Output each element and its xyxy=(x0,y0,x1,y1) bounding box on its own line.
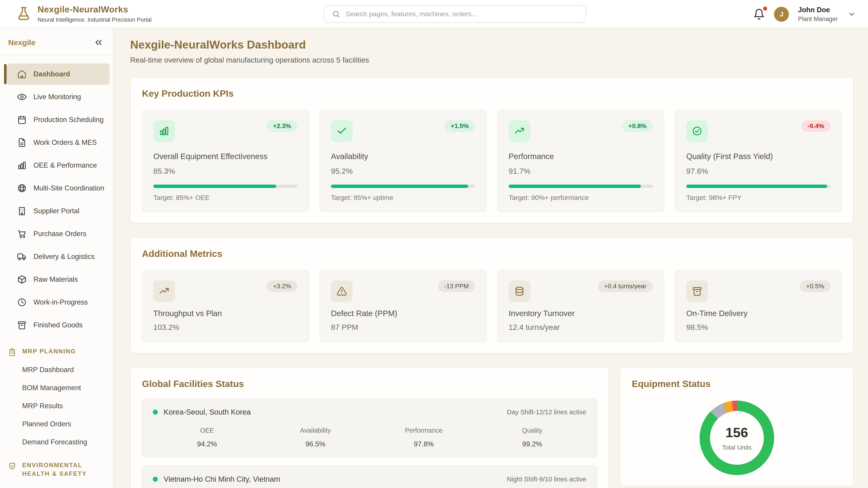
trend-badge: +0.5% xyxy=(800,281,831,292)
sidebar-item-purchase-orders[interactable]: Purchase Orders xyxy=(7,223,110,245)
sidebar-section-mrp-planning: MRP PLANNING xyxy=(7,337,110,361)
archive-icon xyxy=(17,320,27,330)
search-input[interactable] xyxy=(346,10,578,18)
package-icon xyxy=(17,275,27,284)
kpi-card-overall-equipment-effectiveness: +2.3%Overall Equipment Effectiveness85.3… xyxy=(142,110,309,212)
sidebar-brand-label: Nexgile xyxy=(8,38,35,47)
status-dot xyxy=(153,410,158,415)
collapse-sidebar-icon[interactable] xyxy=(93,37,104,48)
facility-metric-value: 99.2% xyxy=(478,440,587,448)
sidebar-section-environmental-health-safety: ENVIRONMENTAL HEALTH & SAFETY xyxy=(7,451,110,483)
metric-value: 87 PPM xyxy=(331,323,475,332)
global-search[interactable] xyxy=(324,5,586,23)
sidebar-item-planned-orders[interactable]: Planned Orders xyxy=(7,415,110,433)
kpi-section-title: Key Production KPIs xyxy=(142,88,842,99)
bar-chart-icon xyxy=(17,161,27,170)
sidebar-item-production-scheduling[interactable]: Production Scheduling xyxy=(7,109,110,130)
sidebar-item-finished-goods[interactable]: Finished Goods xyxy=(7,315,110,336)
sidebar-item-work-in-progress[interactable]: Work-in-Progress xyxy=(7,292,110,313)
trend-badge: +1.5% xyxy=(444,120,475,132)
sidebar: Nexgile DashboardLive MonitoringProducti… xyxy=(0,28,114,488)
metric-title: Inventory Turnover xyxy=(508,309,653,318)
metric-value: 98.5% xyxy=(686,323,831,332)
sidebar-item-mrp-dashboard[interactable]: MRP Dashboard xyxy=(7,361,110,379)
facility-metric-value: 97.8% xyxy=(370,440,478,448)
check-icon xyxy=(331,120,352,142)
kpi-progress-bar xyxy=(153,185,298,188)
facility-name: Vietnam-Ho Chi Minh City, Vietnam xyxy=(164,475,280,484)
facilities-section: Global Facilities Status Korea-Seoul, So… xyxy=(130,367,609,488)
page-subtitle: Real-time overview of global manufacturi… xyxy=(130,56,854,64)
trending-up-icon xyxy=(153,281,175,302)
chevron-down-icon[interactable] xyxy=(848,10,856,18)
trend-badge: +2.3% xyxy=(267,120,298,132)
globe-icon xyxy=(17,184,27,193)
kpi-title: Performance xyxy=(508,152,653,161)
sidebar-item-delivery-logistics[interactable]: Delivery & Logistics xyxy=(7,246,110,267)
sidebar-item-dashboard[interactable]: Dashboard xyxy=(7,64,110,85)
facility-shift-status: Night Shift-9/10 lines active xyxy=(507,476,586,483)
equipment-total-label: Total Units xyxy=(722,444,752,451)
kpi-card-quality-first-pass-yield: -0.4%Quality (First Pass Yield)97.6%Targ… xyxy=(675,110,842,212)
sidebar-item-demand-forecasting[interactable]: Demand Forecasting xyxy=(7,433,110,451)
sidebar-item-work-orders-mes[interactable]: Work Orders & MES xyxy=(7,132,110,153)
clock-icon xyxy=(17,297,27,307)
equipment-status-section: Equipment Status 156 Total Units xyxy=(620,367,854,486)
trend-badge: +0.8% xyxy=(622,120,653,132)
alert-triangle-icon xyxy=(331,281,352,302)
database-icon xyxy=(508,281,530,302)
sidebar-item-bom-management[interactable]: BOM Management xyxy=(7,379,110,397)
cart-icon xyxy=(17,229,27,238)
trend-badge: +0.4 turns/year xyxy=(598,281,653,292)
facility-row-korea-seoul-south-korea: Korea-Seoul, South KoreaDay Shift-12/12 … xyxy=(142,398,597,458)
sidebar-item-oee-performance[interactable]: OEE & Performance xyxy=(7,155,110,176)
calendar-icon xyxy=(17,115,27,125)
kpi-target: Target: 85%+ OEE xyxy=(153,194,298,201)
trend-badge: -13 PPM xyxy=(438,281,475,292)
sidebar-item-multi-site-coordination[interactable]: Multi-Site Coordination xyxy=(7,177,110,199)
metric-value: 103.2% xyxy=(153,323,298,332)
sidebar-item-raw-materials[interactable]: Raw Materials xyxy=(7,269,110,290)
brand-title: Nexgile-NeuralWorks xyxy=(37,4,151,14)
brand: Nexgile-NeuralWorks Neural Intelligence.… xyxy=(16,4,151,23)
kpi-progress-bar xyxy=(686,185,831,188)
kpi-value: 95.2% xyxy=(331,167,475,175)
kpi-card-performance: +0.8%Performance91.7%Target: 90%+ perfor… xyxy=(497,110,664,212)
user-meta: John Doe Plant Manager xyxy=(798,6,838,23)
main-content: Nexgile-NeuralWorks Dashboard Real-time … xyxy=(114,28,868,488)
eye-icon xyxy=(17,92,27,102)
metric-card-defect-rate-ppm: -13 PPMDefect Rate (PPM)87 PPM xyxy=(320,270,487,342)
avatar[interactable]: J xyxy=(774,7,789,22)
notifications-bell-icon[interactable] xyxy=(753,8,765,20)
status-dot xyxy=(153,477,158,482)
metrics-section-title: Additional Metrics xyxy=(142,249,842,259)
facility-shift-status: Day Shift-12/12 lines active xyxy=(507,409,586,416)
kpi-progress-bar xyxy=(331,185,475,188)
equipment-section-title: Equipment Status xyxy=(632,379,842,389)
kpi-value: 85.3% xyxy=(153,167,298,175)
user-role: Plant Manager xyxy=(798,15,838,23)
facilities-section-title: Global Facilities Status xyxy=(142,379,597,389)
flask-logo-icon xyxy=(16,6,31,21)
user-cluster: J John Doe Plant Manager xyxy=(753,0,856,28)
sidebar-item-mrp-results[interactable]: MRP Results xyxy=(7,397,110,415)
additional-metrics-section: Additional Metrics +3.2%Throughput vs Pl… xyxy=(130,237,854,353)
home-icon xyxy=(17,69,27,79)
metric-card-throughput-vs-plan: +3.2%Throughput vs Plan103.2% xyxy=(142,270,309,342)
equipment-donut-chart: 156 Total Units xyxy=(632,400,842,475)
shield-check-icon xyxy=(8,462,16,470)
kpi-target: Target: 98%+ FPY xyxy=(686,194,831,201)
kpi-title: Quality (First Pass Yield) xyxy=(686,152,831,161)
sidebar-item-live-monitoring[interactable]: Live Monitoring xyxy=(7,86,110,107)
kpi-title: Overall Equipment Effectiveness xyxy=(153,152,298,161)
page-title: Nexgile-NeuralWorks Dashboard xyxy=(130,38,854,51)
sidebar-item-supplier-portal[interactable]: Supplier Portal xyxy=(7,200,110,222)
facility-metric-label: OEE xyxy=(153,427,261,434)
kpi-value: 97.6% xyxy=(686,167,831,175)
brand-tagline: Neural Intelligence. Industrial Precisio… xyxy=(37,17,151,23)
trending-up-icon xyxy=(508,120,530,142)
kpi-section: Key Production KPIs +2.3%Overall Equipme… xyxy=(130,77,854,223)
metric-card-on-time-delivery: +0.5%On-Time Delivery98.5% xyxy=(675,270,842,342)
kpi-card-availability: +1.5%Availability95.2%Target: 95%+ uptim… xyxy=(320,110,487,212)
sidebar-item-safety-dashboard[interactable]: Safety Dashboard xyxy=(7,483,110,488)
